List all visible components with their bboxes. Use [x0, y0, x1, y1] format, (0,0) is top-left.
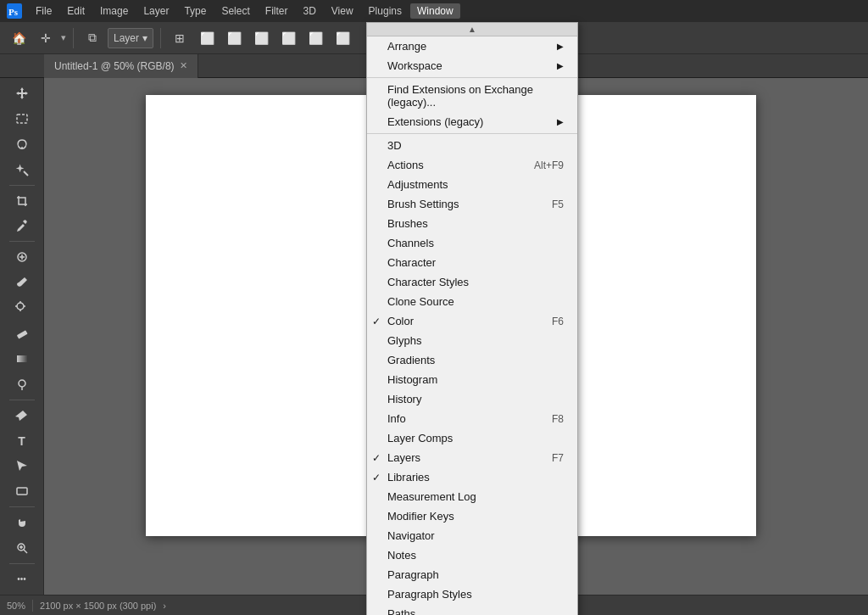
statusbar-arrow[interactable]: › — [163, 601, 166, 611]
menu-item-notes[interactable]: Notes — [367, 545, 577, 565]
align-center-btn[interactable]: ⬜ — [222, 26, 246, 50]
menu-item-layers[interactable]: ✓ Layers F7 — [367, 448, 577, 467]
window-menu: ▲ Arrange ▶ Workspace ▶ Find Extensions … — [366, 22, 578, 615]
menu-item-adjustments[interactable]: Adjustments — [367, 175, 577, 194]
menu-item-color[interactable]: ✓ Color F6 — [367, 311, 577, 331]
menu-item-paths[interactable]: Paths — [367, 604, 577, 615]
toolbar-separator-1 — [73, 28, 74, 48]
menu-item-character-styles[interactable]: Character Styles — [367, 272, 577, 292]
dropdown-arrow: ▾ — [142, 32, 147, 44]
menu-sep-2 — [367, 133, 577, 134]
menu-top-arrow: ▲ — [367, 23, 577, 36]
menu-item-3d[interactable]: 3D — [367, 136, 577, 155]
tool-gradient[interactable] — [8, 347, 36, 371]
align-bottom-btn[interactable]: ⬜ — [331, 26, 354, 50]
svg-point-15 — [19, 380, 25, 387]
menu-type[interactable]: Type — [177, 3, 213, 19]
menu-item-measurement-log[interactable]: Measurement Log — [367, 487, 577, 506]
menu-select[interactable]: Select — [214, 3, 256, 19]
svg-rect-2 — [17, 115, 27, 123]
tool-zoom[interactable] — [8, 536, 36, 560]
tool-heal[interactable] — [8, 245, 36, 269]
menu-item-brushes[interactable]: Brushes — [367, 214, 577, 233]
menu-item-character[interactable]: Character — [367, 253, 577, 272]
tool-crop[interactable] — [8, 189, 36, 213]
menu-item-find-extensions[interactable]: Find Extensions on Exchange (legacy)... — [367, 80, 577, 112]
doc-dimensions: 2100 px × 1500 px (300 ppi) — [40, 601, 156, 611]
tool-eraser[interactable] — [8, 321, 36, 345]
arrange-arrow: ▶ — [557, 42, 564, 51]
menu-item-workspace[interactable]: Workspace ▶ — [367, 56, 577, 75]
menu-item-clone-source[interactable]: Clone Source — [367, 292, 577, 311]
menu-window[interactable]: Window — [410, 3, 460, 19]
home-button[interactable]: 🏠 — [7, 26, 31, 50]
menu-item-paragraph-styles[interactable]: Paragraph Styles — [367, 584, 577, 604]
menu-file[interactable]: File — [29, 3, 58, 19]
menu-item-brush-settings[interactable]: Brush Settings F5 — [367, 194, 577, 214]
svg-rect-13 — [16, 330, 27, 338]
menu-item-histogram[interactable]: Histogram — [367, 370, 577, 389]
tool-brush[interactable] — [8, 271, 36, 294]
menu-item-actions[interactable]: Actions Alt+F9 — [367, 155, 577, 175]
layer-dropdown-label: Layer — [114, 32, 139, 44]
tool-dodge[interactable] — [8, 372, 36, 396]
align-top-btn[interactable]: ⬜ — [276, 26, 300, 50]
menu-item-paragraph[interactable]: Paragraph — [367, 565, 577, 584]
grid-btn[interactable]: ⊞ — [168, 26, 192, 50]
menu-edit[interactable]: Edit — [60, 3, 92, 19]
svg-text:Ps: Ps — [8, 7, 19, 17]
extensions-legacy-arrow: ▶ — [557, 117, 564, 126]
svg-line-19 — [24, 550, 27, 553]
arrange-label: Arrange — [387, 40, 426, 53]
libraries-check: ✓ — [372, 472, 381, 484]
tool-move[interactable] — [8, 81, 36, 105]
menu-item-layer-comps[interactable]: Layer Comps — [367, 428, 577, 448]
tool-more[interactable]: ••• — [8, 567, 36, 591]
menu-item-glyphs[interactable]: Glyphs — [367, 331, 577, 350]
menu-item-libraries[interactable]: ✓ Libraries — [367, 467, 577, 487]
layer-dropdown[interactable]: Layer ▾ — [108, 28, 153, 48]
menu-item-info[interactable]: Info F8 — [367, 409, 577, 428]
menu-item-channels[interactable]: Channels — [367, 233, 577, 253]
menu-view[interactable]: View — [325, 3, 360, 19]
artboard-btn[interactable]: ⧉ — [81, 26, 104, 50]
lt-sep-4 — [9, 506, 35, 507]
tool-pen[interactable] — [8, 404, 36, 428]
menu-item-modifier-keys[interactable]: Modifier Keys — [367, 506, 577, 526]
tool-hand[interactable] — [8, 511, 36, 534]
menu-item-history[interactable]: History — [367, 389, 577, 409]
tool-marquee[interactable] — [8, 107, 36, 131]
svg-point-8 — [17, 303, 24, 310]
doc-tab-close[interactable]: ✕ — [180, 60, 187, 71]
tool-lasso[interactable] — [8, 132, 36, 156]
tool-path-select[interactable] — [8, 455, 36, 478]
lt-sep-5 — [9, 563, 35, 564]
find-extensions-label: Find Extensions on Exchange (legacy)... — [387, 83, 564, 109]
menu-item-extensions-legacy[interactable]: Extensions (legacy) ▶ — [367, 112, 577, 131]
menu-layer[interactable]: Layer — [136, 3, 175, 19]
workspace-arrow: ▶ — [557, 61, 564, 70]
align-right-btn[interactable]: ⬜ — [249, 26, 273, 50]
menu-image[interactable]: Image — [93, 3, 135, 19]
align-left-btn[interactable]: ⬜ — [195, 26, 219, 50]
menu-item-gradients[interactable]: Gradients — [367, 350, 577, 370]
move-tool-btn[interactable]: ✛ — [34, 26, 58, 50]
tool-eyedropper[interactable] — [8, 214, 36, 238]
align-mid-btn[interactable]: ⬜ — [303, 26, 327, 50]
tool-shape[interactable] — [8, 479, 36, 503]
menu-item-navigator[interactable]: Navigator — [367, 526, 577, 545]
menu-item-arrange[interactable]: Arrange ▶ — [367, 36, 577, 56]
lt-sep-2 — [9, 241, 35, 242]
menu-3d[interactable]: 3D — [296, 3, 322, 19]
statusbar-sep — [32, 600, 33, 612]
extensions-legacy-label: Extensions (legacy) — [387, 115, 483, 128]
color-check: ✓ — [372, 316, 381, 327]
tool-text[interactable]: T — [8, 429, 36, 453]
app-logo: Ps — [5, 2, 24, 20]
menu-filter[interactable]: Filter — [259, 3, 295, 19]
menubar: Ps File Edit Image Layer Type Select Fil… — [0, 0, 868, 22]
menu-plugins[interactable]: Plugins — [362, 3, 409, 19]
tool-clone-stamp[interactable] — [8, 296, 36, 320]
tool-magic-wand[interactable] — [8, 158, 36, 182]
doc-tab-untitled[interactable]: Untitled-1 @ 50% (RGB/8) ✕ — [44, 54, 198, 78]
